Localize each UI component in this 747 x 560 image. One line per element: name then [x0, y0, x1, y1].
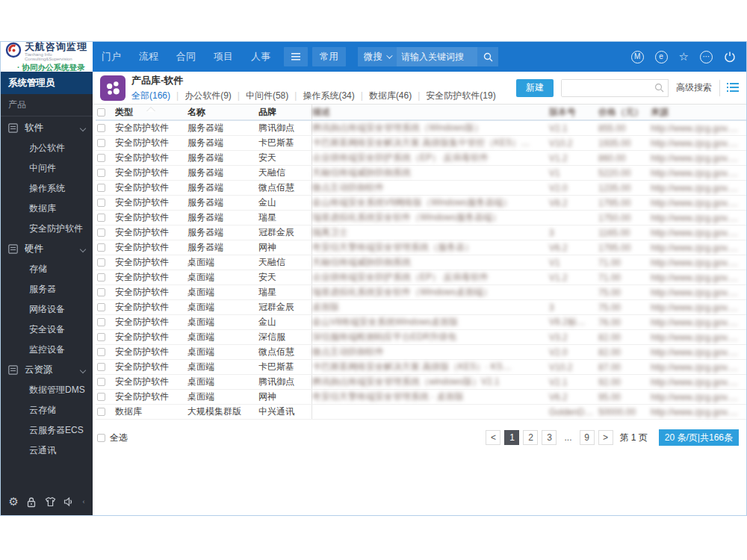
cell-source: http://www.zjcg.gov.cn/djcg/	[651, 228, 746, 238]
row-checkbox[interactable]	[97, 139, 105, 147]
row-checkbox[interactable]	[97, 378, 105, 386]
row-checkbox[interactable]	[97, 288, 105, 296]
sidebar-item-数据管理DMS[interactable]: 数据管理DMS	[1, 380, 93, 400]
document-icon	[8, 365, 18, 375]
nav-item-4[interactable]: 项目	[214, 50, 233, 63]
cell-desc: 隔离卫士	[312, 226, 549, 239]
power-icon[interactable]	[724, 51, 736, 63]
page-button-3[interactable]: 3	[542, 430, 557, 445]
sidebar-item-安全防护软件[interactable]: 安全防护软件	[1, 219, 93, 239]
row-checkbox[interactable]	[97, 408, 105, 416]
cell-price: 71.00	[598, 258, 651, 268]
product-table: 类型名称品牌描述版本号价格（元）来源 安全防护软件服务器端腾讯御点腾讯御点终端安…	[93, 105, 746, 420]
nav-item-2[interactable]: 流程	[139, 50, 158, 63]
table-search-input[interactable]	[562, 80, 650, 96]
logo-subtitle: Tianhang Info Consulting&Supervision	[25, 52, 93, 61]
nav-item-1[interactable]: 门户	[102, 50, 121, 63]
collapse-sidebar-icon[interactable]: ‹	[83, 498, 85, 505]
page-prev-button[interactable]: <	[486, 430, 500, 445]
sidebar-item-云服务器ECS[interactable]: 云服务器ECS	[1, 420, 93, 441]
row-checkbox[interactable]	[97, 124, 105, 132]
page-button-1[interactable]: 1	[504, 430, 519, 445]
row-checkbox[interactable]	[97, 273, 105, 281]
sidebar-group-软件[interactable]: 软件	[1, 118, 93, 138]
row-checkbox[interactable]	[97, 184, 105, 192]
search-input[interactable]	[397, 47, 477, 66]
lock-icon[interactable]	[26, 497, 37, 508]
row-checkbox[interactable]	[97, 348, 105, 356]
search-button[interactable]	[477, 47, 498, 66]
gear-icon[interactable]: ⚙	[8, 495, 18, 508]
row-checkbox[interactable]	[97, 333, 105, 341]
list-view-icon[interactable]	[727, 83, 739, 93]
cell-version: V1.2	[549, 273, 598, 283]
tab-全部[interactable]: 全部(166)	[131, 90, 170, 102]
row-checkbox[interactable]	[97, 228, 105, 237]
row-checkbox-cell	[96, 199, 115, 207]
more-icon[interactable]: ⋯	[700, 51, 713, 63]
page-size-info-badge[interactable]: 20 条/页|共166条	[659, 429, 739, 446]
message-icon[interactable]: e	[655, 51, 668, 63]
nav-item-3[interactable]: 合同	[176, 50, 196, 63]
cell-brand: 金山	[258, 315, 312, 329]
cell-source: http://www.zjcg.gov.cn/djcg/	[651, 138, 746, 149]
search-scope-dropdown[interactable]: 微搜	[358, 47, 397, 66]
sidebar-group-硬件[interactable]: 硬件	[1, 239, 93, 259]
page-button-9[interactable]: 9	[580, 430, 595, 445]
tab-数据库[interactable]: 数据库(46)	[369, 90, 412, 102]
cell-desc: 企业级终端安全防护系统（EP）·反病毒软件	[312, 152, 549, 164]
tab-操作系统[interactable]: 操作系统(34)	[303, 90, 354, 102]
row-checkbox[interactable]	[97, 154, 105, 162]
cell-type: 安全防护软件	[115, 226, 187, 239]
sidebar-item-数据库[interactable]: 数据库	[1, 199, 93, 219]
row-checkbox-cell	[96, 169, 115, 177]
row-checkbox[interactable]	[97, 318, 105, 326]
advanced-search-button[interactable]: 高级搜索	[668, 79, 719, 97]
sidebar-item-安全设备[interactable]: 安全设备	[1, 320, 93, 340]
cell-desc: 金山终端安全系统V9网络版（Windows服务器端）	[312, 196, 549, 209]
row-checkbox[interactable]	[97, 243, 105, 252]
row-checkbox[interactable]	[97, 169, 105, 177]
nav-item-5[interactable]: 人事	[251, 50, 270, 63]
header-checkbox[interactable]	[97, 108, 105, 116]
cell-desc: 桌面版	[312, 301, 549, 314]
row-checkbox-cell	[96, 363, 115, 371]
cell-price: 5220.00	[598, 168, 651, 178]
sidebar-item-存储[interactable]: 存储	[1, 259, 93, 279]
cell-price: 860.00	[598, 153, 651, 164]
table-row: 安全防护软件服务器端安天企业级终端安全防护系统（EP）·反病毒软件V1.2860…	[96, 151, 746, 166]
sound-icon[interactable]	[63, 497, 75, 507]
nav-item-favorites[interactable]: 常用	[312, 47, 346, 66]
m-badge-icon[interactable]: M	[631, 51, 644, 63]
row-checkbox[interactable]	[97, 258, 105, 267]
cell-desc: 卡巴斯基网络安全解决方案 高级版集中管控（KES）…	[312, 137, 549, 149]
tab-中间件[interactable]: 中间件(58)	[246, 90, 288, 102]
sidebar-item-网络设备[interactable]: 网络设备	[1, 299, 93, 320]
sidebar-item-服务器[interactable]: 服务器	[1, 279, 93, 299]
page-button-2[interactable]: 2	[523, 430, 538, 445]
sidebar-group-云资源[interactable]: 云资源	[1, 360, 93, 380]
new-button[interactable]: 新建	[516, 79, 554, 97]
row-checkbox[interactable]	[97, 199, 105, 207]
sidebar-item-监控设备[interactable]: 监控设备	[1, 340, 93, 360]
page-next-button[interactable]: >	[598, 430, 613, 445]
sidebar-item-云通讯[interactable]: 云通讯	[1, 441, 93, 461]
row-checkbox[interactable]	[97, 363, 105, 371]
row-checkbox[interactable]	[97, 303, 105, 311]
sidebar-item-云存储[interactable]: 云存储	[1, 400, 93, 420]
sidebar-item-办公软件[interactable]: 办公软件	[1, 138, 93, 158]
tab-安全防护软件[interactable]: 安全防护软件(19)	[426, 90, 495, 102]
row-checkbox[interactable]	[97, 393, 105, 401]
sidebar-item-操作系统[interactable]: 操作系统	[1, 178, 93, 199]
sidebar-group-label: 软件	[25, 122, 43, 134]
table-row: 安全防护软件桌面端安天企业级终端安全防护系统（EP）·反病毒软件V1.271.0…	[96, 270, 746, 285]
row-checkbox[interactable]	[97, 214, 105, 222]
tab-办公软件[interactable]: 办公软件(9)	[185, 90, 232, 102]
cell-type: 安全防护软件	[115, 301, 187, 314]
select-all-checkbox[interactable]	[97, 434, 105, 442]
sidebar-item-中间件[interactable]: 中间件	[1, 158, 93, 178]
table-search-icon[interactable]	[650, 83, 668, 93]
theme-icon[interactable]	[45, 497, 56, 507]
favorite-icon[interactable]: ☆	[679, 50, 689, 63]
hamburger-menu-button[interactable]	[284, 47, 308, 66]
